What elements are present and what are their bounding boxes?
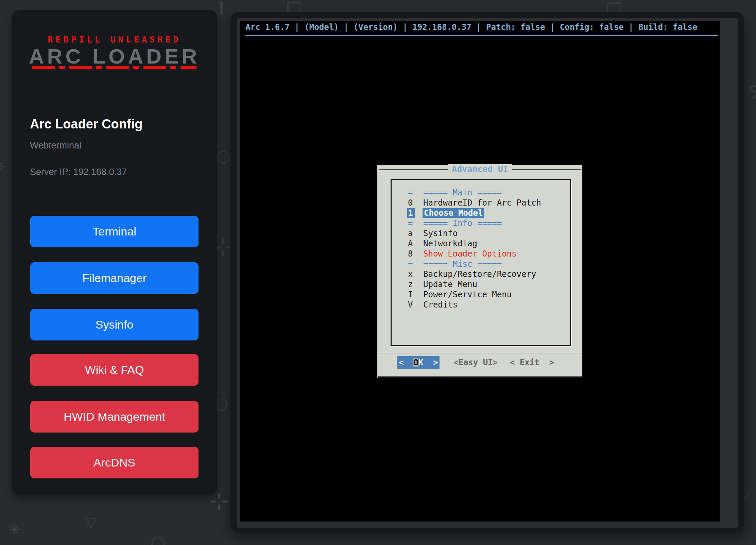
menu-item-sysinfo[interactable]: aSysinfo: [392, 228, 570, 239]
menu-item-show-loader-options[interactable]: 8Show Loader Options: [392, 249, 570, 259]
circle-outline-decoration: [151, 537, 165, 545]
sysinfo-button[interactable]: Sysinfo: [30, 309, 199, 340]
menu-item-credits[interactable]: VCredits: [392, 300, 570, 310]
menu-item-networkdiag[interactable]: ANetworkdiag: [392, 239, 570, 249]
dash-decoration: [220, 1, 223, 15]
easy-ui-button[interactable]: <Easy UI>: [453, 356, 498, 369]
triangle-outline-decoration: ▽: [86, 515, 97, 529]
dialog-title: Advanced UI: [378, 164, 582, 174]
asterisk-decoration: ✳: [8, 522, 21, 538]
sidebar: REDPILL UNLEASHED ARC LOADER Arc Loader …: [12, 10, 217, 495]
arc-loader-logo: ARC LOADER: [12, 44, 217, 68]
filemanager-button[interactable]: Filemanager: [30, 262, 199, 294]
sparkle-icon: ✳: [0, 159, 5, 174]
dialog-menu: ====== Main ===== 0HardwareID for Arc Pa…: [391, 179, 571, 346]
redpill-unleashed-logo: REDPILL UNLEASHED: [12, 35, 217, 45]
menu-section-info: ====== Info =====: [392, 218, 570, 228]
page-title: Arc Loader Config: [30, 117, 142, 131]
crosshair-decoration: [210, 493, 228, 510]
terminal-window: Arc 1.6.7 | (Model) | (Version) | 192.16…: [230, 12, 744, 532]
ok-button[interactable]: < OK >: [397, 356, 440, 369]
menu-item-hardwareid[interactable]: 0HardwareID for Arc Patch: [392, 198, 570, 208]
ok-cursor: O: [413, 358, 418, 367]
exit-button[interactable]: < Exit >: [510, 356, 554, 369]
crosshair-decoration: [214, 239, 232, 256]
circle-outline-decoration: [217, 151, 230, 164]
logo-dashed-line: [32, 66, 196, 69]
terminal-screen[interactable]: Arc 1.6.7 | (Model) | (Version) | 192.16…: [240, 21, 720, 522]
terminal-status-bar: Arc 1.6.7 | (Model) | (Version) | 192.16…: [245, 22, 718, 32]
terminal-button[interactable]: Terminal: [30, 216, 199, 247]
server-ip-label: Server IP: 192.168.0.37: [30, 167, 127, 177]
terminal-status-underline: [245, 35, 718, 36]
menu-section-misc: ====== Misc =====: [392, 259, 570, 269]
terminal-container: Arc 1.6.7 | (Model) | (Version) | 192.16…: [237, 18, 738, 528]
menu-item-backup-restore[interactable]: xBackup/Restore/Recovery: [392, 269, 570, 279]
menu-item-choose-model[interactable]: 1Choose Model: [392, 208, 570, 218]
advanced-ui-dialog: Advanced UI ====== Main ===== 0HardwareI…: [377, 165, 583, 379]
menu-section-main: ====== Main =====: [392, 188, 570, 198]
menu-item-update-menu[interactable]: zUpdate Menu: [392, 279, 570, 289]
hwid-management-button[interactable]: HWID Management: [30, 401, 199, 433]
squiggle-decoration: [744, 84, 756, 103]
page-subtitle: Webterminal: [30, 140, 81, 151]
arcdns-button[interactable]: ArcDNS: [30, 447, 199, 478]
menu-item-power-service[interactable]: IPower/Service Menu: [392, 289, 570, 300]
wiki-faq-button[interactable]: Wiki & FAQ: [30, 354, 199, 386]
dialog-separator: [378, 353, 582, 353]
